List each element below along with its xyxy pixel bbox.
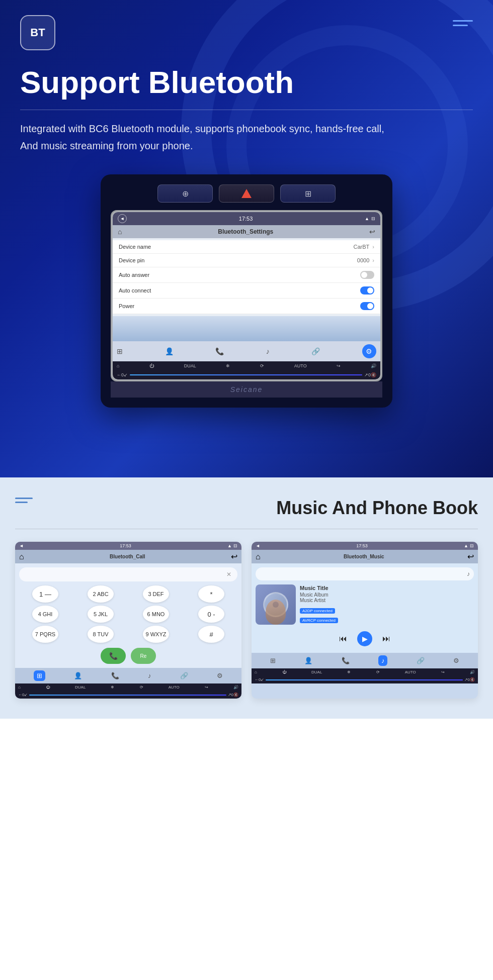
climate-auto: AUTO xyxy=(294,363,307,368)
key-star[interactable]: * xyxy=(198,585,224,603)
music-nav-grid[interactable]: ⊞ xyxy=(270,657,276,664)
key-0[interactable]: 0 - xyxy=(198,606,224,623)
music-nav-settings[interactable]: ⚙ xyxy=(453,657,459,664)
screen-climate-bar: ⌂ ⏻ DUAL ❄ ⟳ AUTO ↪ 🔊 xyxy=(113,361,380,370)
music-back-btn[interactable]: ◄ xyxy=(256,543,260,548)
screen-frame: ◄ 17:53 ▲⊟ ⌂ Bluetooth_Settings ↩ xyxy=(111,210,382,381)
climate-extra[interactable]: ↪ xyxy=(337,363,341,368)
call-back-arrow[interactable]: ↩ xyxy=(231,552,237,561)
call-nav-title: Bluetooth_Call xyxy=(110,554,145,559)
call-back-btn[interactable]: ◄ xyxy=(19,543,24,548)
call-btn[interactable]: 📞 xyxy=(101,648,126,664)
power-toggle[interactable] xyxy=(360,302,374,310)
menu-icon[interactable] xyxy=(453,15,473,26)
climate-seat-r[interactable]: ↗ xyxy=(364,372,368,377)
car-btn-center[interactable] xyxy=(219,184,274,203)
music-search[interactable]: ♪ xyxy=(256,567,474,580)
key-8[interactable]: 8 TUV xyxy=(88,626,114,643)
screen-inner: ◄ 17:53 ▲⊟ ⌂ Bluetooth_Settings ↩ xyxy=(113,212,380,379)
badge-avrcp: AVRCP connected xyxy=(300,618,338,623)
call-home-icon[interactable]: ⌂ xyxy=(19,552,24,561)
hero-description: Integrated with BC6 Bluetooth module, su… xyxy=(20,120,473,154)
call-bottom-nav: ⊞ 👤 📞 ♪ 🔗 ⚙ xyxy=(15,668,241,683)
home-icon[interactable]: ⌂ xyxy=(118,228,122,236)
music-nav-link[interactable]: 🔗 xyxy=(417,657,425,664)
key-hash[interactable]: # xyxy=(198,626,224,643)
call-buttons: 📞 Re xyxy=(19,648,237,664)
music-home-icon[interactable]: ⌂ xyxy=(256,552,261,561)
call-climate-bar: ⌂⏻DUAL❄⟳AUTO↪🔊 xyxy=(15,683,241,691)
music-controls: ⏮ ▶ ⏭ xyxy=(256,629,474,649)
climate-dual: DUAL xyxy=(184,363,196,368)
music-nav-title: Bluetooth_Music xyxy=(344,554,384,559)
nav-phone-icon[interactable]: 📞 xyxy=(215,347,224,355)
music-nav-music-active[interactable]: ♪ xyxy=(378,655,388,666)
climate-recirculate[interactable]: ⟳ xyxy=(260,363,264,368)
screen-climate-bar2: ← 0 ↙ ↗ 0 🔇 xyxy=(113,370,380,379)
hero-divider xyxy=(20,110,473,110)
dialpad-clear[interactable]: ✕ xyxy=(226,571,231,578)
auto-connect-toggle[interactable] xyxy=(360,286,374,295)
recall-btn[interactable]: Re xyxy=(131,648,156,664)
nav-music-icon[interactable]: ♪ xyxy=(266,347,270,355)
setting-row-device-pin[interactable]: Device pin 0000 › xyxy=(113,254,380,267)
screen-status-icons: ▲⊟ xyxy=(365,216,375,221)
setting-row-auto-connect[interactable]: Auto connect xyxy=(113,283,380,299)
music-track-title: Music Title xyxy=(300,585,474,591)
screen-nav-back[interactable]: ↩ xyxy=(369,228,375,236)
prev-btn[interactable]: ⏮ xyxy=(339,634,347,643)
music-topbar: ◄ 17:53 ▲⊟ xyxy=(252,542,478,550)
phone-screens-row: ◄ 17:53 ▲⊟ ⌂ Bluetooth_Call ↩ ✕ 1 — xyxy=(15,542,478,699)
setting-row-power[interactable]: Power xyxy=(113,299,380,314)
setting-row-device-name[interactable]: Device name CarBT › xyxy=(113,240,380,254)
music-nav-person[interactable]: 👤 xyxy=(304,657,312,664)
nav-settings-active[interactable]: ⚙ xyxy=(362,344,376,358)
key-3[interactable]: 3 DEF xyxy=(143,585,169,603)
climate-mute[interactable]: 🔇 xyxy=(371,372,376,377)
call-content: ✕ 1 — 2 ABC 3 DEF * 4 GHI 5 JKL 6 MNO 0 … xyxy=(15,563,241,668)
call-nav-person[interactable]: 👤 xyxy=(74,672,82,679)
climate-fan[interactable]: ❄ xyxy=(226,363,230,368)
bt-settings-list: Device name CarBT › Device pin 0000 › xyxy=(113,238,380,316)
music-nav-phone[interactable]: 📞 xyxy=(342,657,350,664)
play-btn[interactable]: ▶ xyxy=(357,631,372,646)
key-6[interactable]: 6 MNO xyxy=(143,606,169,623)
nav-grid-icon[interactable]: ⊞ xyxy=(117,347,123,355)
key-2[interactable]: 2 ABC xyxy=(88,585,114,603)
climate-home[interactable]: ⌂ xyxy=(117,363,119,368)
screen-back-btn[interactable]: ◄ xyxy=(118,214,127,223)
call-nav-music[interactable]: ♪ xyxy=(148,672,151,679)
call-nav-grid[interactable]: ⊞ xyxy=(34,670,45,681)
next-btn[interactable]: ⏭ xyxy=(382,634,390,643)
music-back-arrow[interactable]: ↩ xyxy=(467,552,474,561)
climate-back[interactable]: ← xyxy=(117,372,121,377)
climate-power[interactable]: ⏻ xyxy=(149,363,154,368)
screen-topbar: ◄ 17:53 ▲⊟ xyxy=(113,212,380,225)
key-1[interactable]: 1 — xyxy=(32,585,58,603)
seicane-watermark: Seicane xyxy=(111,381,382,398)
music-nav: ⌂ Bluetooth_Music ↩ xyxy=(252,550,478,563)
bottom-section: Music And Phone Book ◄ 17:53 ▲⊟ ⌂ Blueto… xyxy=(0,477,493,719)
hero-section: BT Support Bluetooth Integrated with BC6… xyxy=(0,0,493,477)
bottom-menu-icon[interactable] xyxy=(15,498,33,503)
car-btn-right[interactable]: ⊞ xyxy=(280,184,336,203)
hero-title: Support Bluetooth xyxy=(20,65,473,100)
call-nav-settings[interactable]: ⚙ xyxy=(217,672,223,679)
call-nav-link[interactable]: 🔗 xyxy=(180,672,188,679)
key-9[interactable]: 9 WXYZ xyxy=(143,626,169,643)
key-4[interactable]: 4 GHI xyxy=(32,606,58,623)
key-5[interactable]: 5 JKL xyxy=(88,606,114,623)
climate-volume[interactable]: 🔊 xyxy=(371,363,376,368)
car-btn-left[interactable]: ⊕ xyxy=(157,184,213,203)
album-art xyxy=(256,584,296,625)
setting-row-auto-answer[interactable]: Auto answer xyxy=(113,267,380,283)
climate-temp-bar xyxy=(130,374,362,375)
key-7[interactable]: 7 PQRS xyxy=(32,626,58,643)
dialpad-input[interactable]: ✕ xyxy=(19,567,237,581)
climate-seat-l[interactable]: ↙ xyxy=(124,372,128,377)
bottom-section-title: Music And Phone Book xyxy=(276,498,478,519)
nav-link-icon[interactable]: 🔗 xyxy=(311,347,320,355)
nav-person-icon[interactable]: 👤 xyxy=(165,347,174,355)
auto-answer-toggle[interactable] xyxy=(360,271,374,279)
call-nav-phone[interactable]: 📞 xyxy=(111,672,119,679)
